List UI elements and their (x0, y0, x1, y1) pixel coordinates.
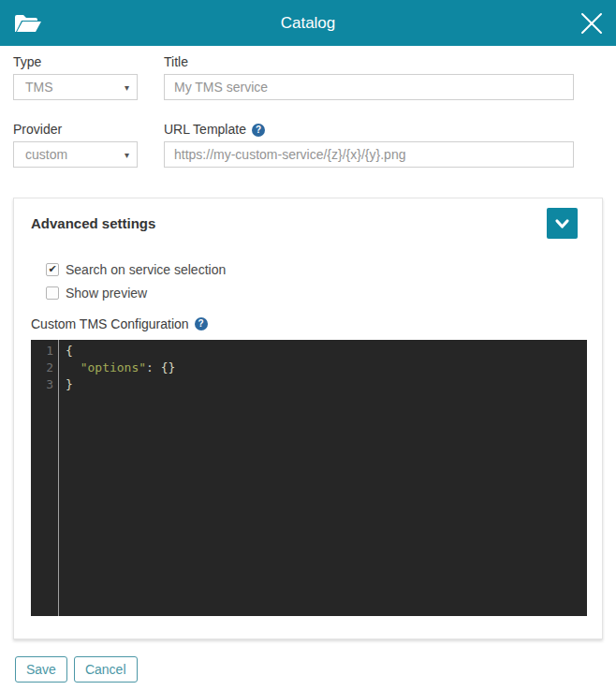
folder-open-icon (14, 11, 42, 36)
show-preview-label: Show preview (66, 286, 147, 301)
dialog-footer: Save Cancel (15, 656, 616, 683)
url-template-label-text: URL Template (164, 122, 246, 138)
chevron-down-icon (554, 217, 570, 230)
chevron-down-icon: ▾ (125, 82, 129, 93)
type-select-value: TMS (25, 80, 53, 95)
chevron-down-icon: ▾ (125, 150, 129, 160)
url-template-input[interactable] (164, 141, 574, 168)
line-number: 3 (31, 376, 58, 393)
advanced-settings-heading: Advanced settings (31, 215, 155, 231)
search-on-selection-checkbox-row[interactable]: ✔ Search on service selection (46, 257, 587, 281)
url-template-label: URL Template ? (164, 122, 574, 138)
line-number: 1 (31, 343, 58, 360)
show-preview-checkbox-row[interactable]: Show preview (46, 281, 587, 304)
type-label: Type (13, 54, 138, 70)
close-button[interactable] (577, 8, 607, 38)
provider-select-value: custom (25, 147, 67, 162)
provider-field: Provider custom ▾ (13, 122, 138, 168)
dialog-header: Catalog (0, 0, 616, 46)
code-token: "options" (81, 360, 146, 374)
url-template-field: URL Template ? (164, 122, 574, 168)
code-token: {} (161, 360, 176, 374)
type-select[interactable]: TMS ▾ (13, 74, 138, 100)
search-on-selection-label: Search on service selection (66, 262, 226, 277)
code-line: } (66, 376, 587, 393)
code-line: { (66, 343, 587, 360)
code-line: "options": {} (66, 360, 587, 376)
cancel-button[interactable]: Cancel (74, 656, 138, 683)
show-preview-checkbox[interactable] (46, 286, 59, 300)
dialog-title: Catalog (0, 14, 616, 33)
custom-tms-config-label: Custom TMS Configuration ? (31, 316, 587, 331)
title-field: Title (164, 54, 574, 100)
code-editor[interactable]: 1 2 3 { "options": {} } (31, 340, 587, 616)
advanced-settings-card: Advanced settings ✔ Search on service se… (13, 198, 603, 639)
type-field: Type TMS ▾ (13, 54, 138, 100)
line-number: 2 (31, 360, 58, 376)
advanced-checkbox-group: ✔ Search on service selection Show previ… (46, 257, 587, 304)
search-on-selection-checkbox[interactable]: ✔ (46, 263, 59, 276)
custom-tms-config-label-text: Custom TMS Configuration (31, 316, 189, 331)
code-token: } (66, 377, 73, 391)
title-input[interactable] (164, 74, 574, 100)
provider-label: Provider (13, 122, 138, 138)
help-icon[interactable]: ? (252, 124, 265, 137)
editor-gutter: 1 2 3 (31, 340, 59, 616)
advanced-settings-header: Advanced settings (31, 208, 587, 239)
editor-code-area[interactable]: { "options": {} } (59, 340, 587, 616)
code-token (66, 360, 81, 374)
advanced-toggle-button[interactable] (547, 208, 578, 239)
help-icon[interactable]: ? (195, 317, 208, 330)
save-button[interactable]: Save (15, 656, 67, 683)
title-label: Title (164, 54, 574, 70)
service-form: Type TMS ▾ Title Provider custom ▾ URL T… (0, 46, 616, 168)
code-token: { (66, 344, 73, 358)
provider-select[interactable]: custom ▾ (13, 141, 138, 168)
code-token: : (146, 360, 161, 374)
close-icon (579, 10, 605, 37)
folder-open-icon (12, 9, 44, 37)
